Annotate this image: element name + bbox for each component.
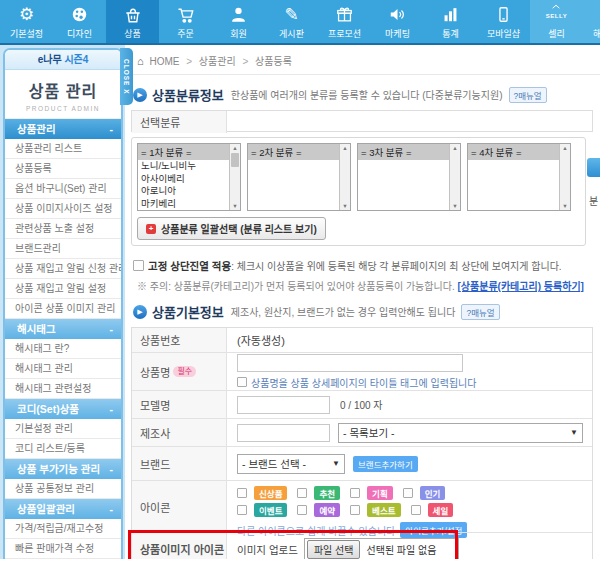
icon-checkbox-popular[interactable] [403,488,413,498]
title-tag-checkbox[interactable] [237,377,247,387]
nav-item-overseas[interactable]: ✈ 해외지원 [583,0,600,43]
sidebar-subtitle: PRODUCT ADMIN [5,105,121,112]
collapse-minus-icon[interactable]: - [110,459,114,479]
icon-badge-event: 이벤트 [254,503,287,517]
list-item[interactable]: 마키베리 [138,198,229,211]
model-label: 모델명 [132,391,227,418]
icon-checkbox-reserve[interactable] [297,505,307,515]
classification-level1-listbox[interactable]: = 1차 분류 = 노니/노니비누 아사이베리 아로니아 마키베리 천연칡뿌리 … [137,143,241,211]
scroll-up-icon[interactable]: ▲ [450,145,460,151]
sidebar-item-codi-list[interactable]: 코디 리스트/등록 [5,439,121,459]
sidebar-item-restock-setting[interactable]: 상품 재입고 알림 설정 [5,279,121,299]
sidebar-section-addon[interactable]: 상품 부가기능 관리 - [5,459,121,479]
manufacturer-input[interactable] [237,424,330,442]
nav-item-marketing[interactable]: 마케팅 [371,0,424,43]
sidebar-section-bulk[interactable]: 상품일괄관리 - [5,499,121,519]
sidebar-close-tab[interactable]: CLOSE X [120,48,133,105]
nav-item-settings[interactable]: ⚙ 기본설정 [0,0,53,43]
sidebar: e나무 시즌4 상품 관리 PRODUCT ADMIN 상품관리 - 상품관리 … [0,45,125,559]
breadcrumb-crumb1[interactable]: 상품관리 [199,56,236,67]
sidebar-item-restock-request[interactable]: 상품 재입고 알림 신청 관리 [5,259,121,279]
product-name-input[interactable] [237,354,463,372]
classification-level2-listbox[interactable]: = 2차 분류 = ▲ ▼ [247,143,351,211]
sidebar-item-common-info[interactable]: 상품 공통정보 관리 [5,479,121,499]
model-input[interactable] [237,396,330,414]
scrollbar[interactable]: ▲ ▼ [559,144,570,210]
classification-warning: ※ 주의: 상품분류(카테고리)가 먼저 등록되어 있어야 상품등록이 가능합니… [131,278,600,293]
icon-checkbox-event[interactable] [237,505,247,515]
manual-badge[interactable]: ?매뉴얼 [509,87,547,103]
icon-checkbox-recommend[interactable] [297,488,307,498]
sidebar-item-image-size[interactable]: 상품 이미지사이즈 설정 [5,199,121,219]
nav-item-member[interactable]: 회원 [212,0,265,43]
home-icon[interactable]: ⌂ [137,55,144,67]
icon-badge-reserve: 예약 [314,503,340,517]
scrollbar[interactable]: ▲ ▼ [229,144,240,210]
icon-checkbox-sale[interactable] [411,505,421,515]
nav-item-order[interactable]: 주문 [159,0,212,43]
scroll-down-icon[interactable]: ▼ [340,203,350,209]
table-row-product-no: 상품번호 (자동생성) [132,328,592,352]
scroll-up-icon[interactable]: ▲ [560,145,570,151]
collapse-minus-icon[interactable]: - [110,319,114,339]
bulk-select-button[interactable]: + 상품분류 일괄선택 (분류 리스트 보기) [137,217,326,240]
add-brand-button[interactable]: 브랜드추가하기 [353,456,418,472]
collapse-minus-icon[interactable]: - [110,499,114,519]
classification-level4-listbox[interactable]: = 4차 분류 = ▲ ▼ [467,143,571,211]
list-item[interactable]: 노니/노니비누 [138,160,229,173]
classification-level3-listbox[interactable]: = 3차 분류 = ▲ ▼ [357,143,461,211]
scroll-down-icon[interactable]: ▼ [560,203,570,209]
collapse-minus-icon[interactable]: - [110,399,114,419]
breadcrumb-home[interactable]: HOME [149,56,179,67]
sidebar-item-price-stock[interactable]: 가격/적립금/재고수정 [5,519,121,539]
sidebar-item-product-list[interactable]: 상품관리 리스트 [5,139,121,159]
sidebar-item-option-set[interactable]: 옵션 바구니(Set) 관리 [5,179,121,199]
brand-select[interactable]: - 브랜드 선택 - ▼ [237,454,345,474]
manual-badge[interactable]: ?매뉴얼 [461,304,499,320]
nav-item-stats[interactable]: 통계 [424,0,477,43]
register-category-link[interactable]: [상품분류(카테고리) 등록하기] [457,281,584,292]
fixed-top-checkbox[interactable] [133,260,144,271]
file-select-button[interactable]: 파일 선택 [307,540,361,559]
sidebar-item-quick-price[interactable]: 빠른 판매가격 수정 [5,539,121,559]
classification-side-button[interactable] [587,158,600,177]
sidebar-item-hashtag-what[interactable]: 해시태그 란? [5,339,121,359]
nav-item-promotion[interactable]: 프로모션 [318,0,371,43]
sidebar-item-hashtag-mgmt[interactable]: 해시태그 관리 [5,359,121,379]
scroll-up-icon[interactable]: ▲ [230,145,240,151]
sidebar-section-product-mgmt[interactable]: 상품관리 - [5,119,121,139]
nav-item-design[interactable]: 디자인 [53,0,106,43]
icons-label: 아이콘 [132,481,227,532]
nav-item-product[interactable]: 상품 [106,0,159,43]
sidebar-item-codi-basic[interactable]: 기본설정 관리 [5,419,121,439]
model-char-counter: 0 / 100 자 [340,397,383,412]
icon-checkbox-plan[interactable] [350,488,360,498]
list-item[interactable]: 아사이베리 [138,173,229,186]
scroll-thumb[interactable] [231,153,239,167]
file-input[interactable]: 파일 선택 선택된 파일 없음 [304,538,459,559]
scroll-down-icon[interactable]: ▼ [450,203,460,209]
sidebar-section-codi-set[interactable]: 코디(Set)상품 - [5,399,121,419]
chart-icon [441,4,460,26]
breadcrumb-crumb2[interactable]: 상품등록 [255,56,292,67]
sidebar-item-product-register[interactable]: 상품등록 [5,159,121,179]
icon-checkbox-new[interactable] [237,488,247,498]
manufacturer-select[interactable]: - 목록보기 - ▼ [338,423,583,443]
icon-checkbox-best[interactable] [350,505,360,515]
sidebar-item-brand-mgmt[interactable]: 브랜드관리 [5,239,121,259]
section-classification-header: ▶ 상품분류정보 한상품에 여러개의 분류를 등록할 수 있습니다 (다중분류기… [133,85,600,104]
scrollbar[interactable]: ▲ ▼ [339,144,350,210]
list-item[interactable]: 아로니아 [138,185,229,198]
sidebar-item-related-expose[interactable]: 관련상품 노출 설정 [5,219,121,239]
nav-item-board[interactable]: ✎ 게시판 [265,0,318,43]
scroll-down-icon[interactable]: ▼ [230,203,240,209]
nav-item-mobileshop[interactable]: 모바일샵 [477,0,530,43]
nav-item-selly[interactable]: SELLY 셀리 [530,0,583,43]
scroll-up-icon[interactable]: ▲ [340,145,350,151]
sidebar-item-hashtag-setting[interactable]: 해시태그 관련설정 [5,379,121,399]
gear-icon: ⚙ [19,4,34,26]
sidebar-item-icon-image[interactable]: 아이콘 상품 이미지 관리 [5,299,121,319]
sidebar-section-hashtag[interactable]: 해시태그 - [5,319,121,339]
collapse-minus-icon[interactable]: - [110,119,114,139]
scrollbar[interactable]: ▲ ▼ [449,144,460,210]
